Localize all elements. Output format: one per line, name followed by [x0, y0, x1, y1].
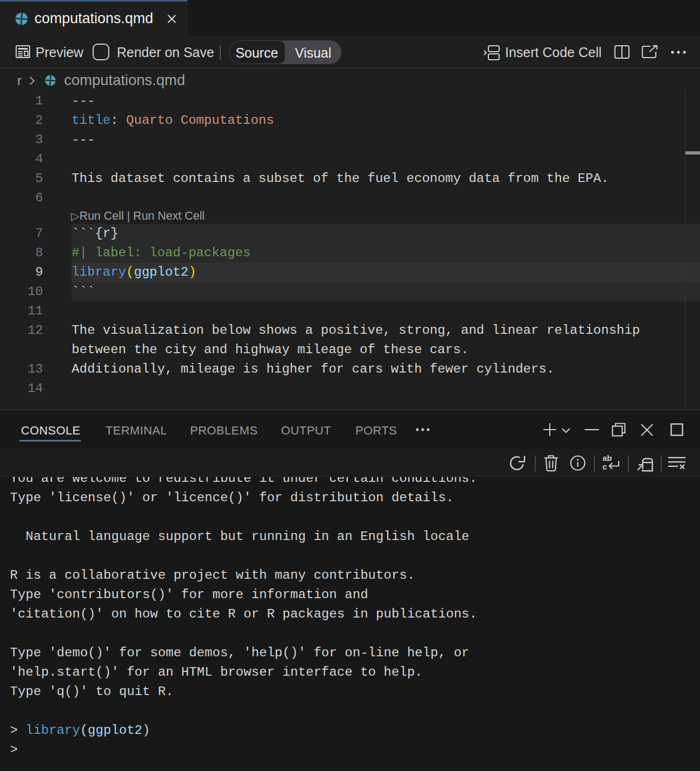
svg-text:ab: ab: [603, 454, 612, 462]
svg-text:c: c: [603, 462, 607, 471]
